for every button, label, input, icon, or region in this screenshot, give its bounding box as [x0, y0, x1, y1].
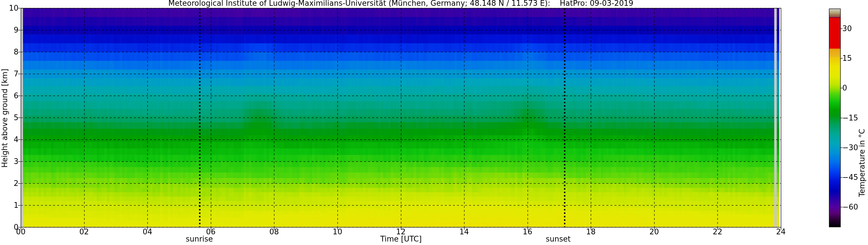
y-tick-label: 6 — [3, 92, 19, 99]
y-tick-label: 4 — [3, 136, 19, 143]
chart-title: Meteorological Institute of Ludwig-Maxim… — [21, 0, 781, 7]
temperature-profile-figure: Meteorological Institute of Ludwig-Maxim… — [0, 0, 868, 245]
colorbar-label: Temperature in °C — [858, 129, 866, 197]
sunset-annotation: sunset — [546, 235, 570, 243]
x-tick-label: 18 — [578, 228, 604, 236]
y-tick-label: 8 — [3, 48, 19, 56]
y-tick-label: 3 — [3, 158, 19, 165]
x-tick-label: 04 — [134, 228, 160, 236]
x-tick-label: 10 — [324, 228, 350, 236]
x-tick-label: 24 — [768, 228, 794, 236]
colorbar-tick-label: −15 — [842, 114, 868, 121]
sunrise-annotation: sunrise — [186, 235, 213, 243]
colorbar-tick-label: 0 — [842, 84, 868, 92]
x-tick-label: 16 — [515, 228, 540, 236]
y-tick-label: 0 — [3, 223, 19, 231]
y-tick-label: 1 — [3, 202, 19, 209]
x-tick-label: 06 — [198, 228, 224, 236]
y-tick-label: 10 — [3, 4, 19, 12]
x-tick-label: 02 — [71, 228, 97, 236]
x-tick-label: 22 — [705, 228, 731, 236]
heatmap-and-colorbar-canvas — [0, 0, 868, 245]
colorbar-tick-label: 15 — [842, 55, 868, 62]
colorbar-tick-label: −30 — [842, 144, 868, 151]
x-tick-label: 12 — [388, 228, 414, 236]
x-tick-label: 20 — [641, 228, 667, 236]
colorbar-tick-label: −45 — [842, 174, 868, 181]
colorbar-tick-label: 30 — [842, 25, 868, 32]
x-axis-label: Time [UTC] — [380, 235, 422, 243]
y-tick-label: 9 — [3, 26, 19, 34]
x-tick-label: 08 — [261, 228, 287, 236]
y-tick-label: 2 — [3, 180, 19, 187]
y-tick-label: 7 — [3, 70, 19, 77]
colorbar-tick-label: −60 — [842, 203, 868, 211]
y-tick-label: 5 — [3, 114, 19, 121]
x-tick-label: 14 — [451, 228, 477, 236]
